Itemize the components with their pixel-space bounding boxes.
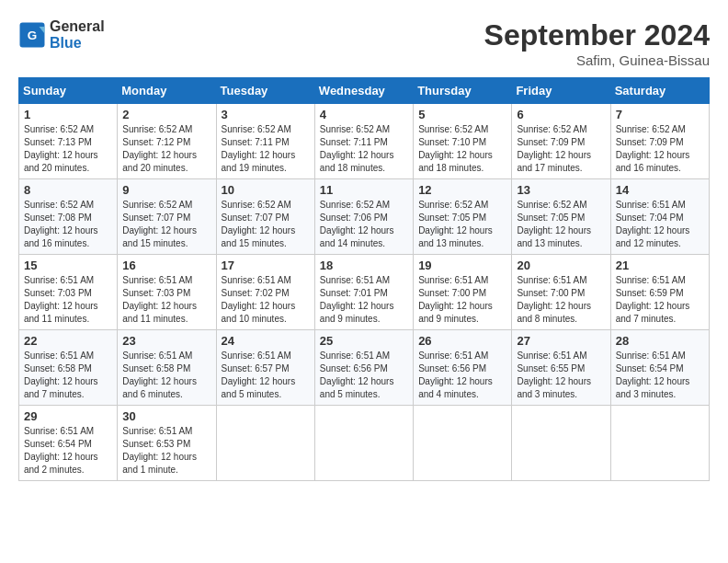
calendar-week-3: 15Sunrise: 6:51 AM Sunset: 7:03 PM Dayli… [19,255,710,330]
day-number: 5 [418,108,506,121]
day-number: 14 [616,183,704,197]
day-cell-12: 12Sunrise: 6:52 AM Sunset: 7:05 PM Dayli… [414,179,512,255]
day-number: 30 [122,409,210,423]
day-number: 27 [517,334,605,348]
day-cell-30: 30Sunrise: 6:51 AM Sunset: 6:53 PM Dayli… [118,406,216,481]
logo: G GeneralBlue [18,18,105,52]
day-number: 6 [517,108,605,121]
day-cell-13: 13Sunrise: 6:52 AM Sunset: 7:05 PM Dayli… [512,179,610,255]
day-cell-27: 27Sunrise: 6:51 AM Sunset: 6:55 PM Dayli… [512,330,610,406]
day-info: Sunrise: 6:51 AM Sunset: 7:00 PM Dayligh… [517,274,605,326]
day-cell-29: 29Sunrise: 6:51 AM Sunset: 6:54 PM Dayli… [19,406,118,481]
day-cell-5: 5Sunrise: 6:52 AM Sunset: 7:10 PM Daylig… [414,104,512,179]
day-number: 23 [122,334,210,348]
day-number: 9 [122,183,210,197]
day-cell-28: 28Sunrise: 6:51 AM Sunset: 6:54 PM Dayli… [610,330,709,406]
day-number: 26 [418,334,506,348]
calendar-week-5: 29Sunrise: 6:51 AM Sunset: 6:54 PM Dayli… [19,406,710,481]
calendar-header-row: SundayMondayTuesdayWednesdayThursdayFrid… [19,78,710,104]
day-number: 4 [320,108,408,121]
day-cell-17: 17Sunrise: 6:51 AM Sunset: 7:02 PM Dayli… [216,255,314,330]
logo-text: GeneralBlue [50,18,105,52]
empty-cell [512,406,610,481]
day-info: Sunrise: 6:52 AM Sunset: 7:07 PM Dayligh… [222,199,310,250]
day-info: Sunrise: 6:51 AM Sunset: 6:54 PM Dayligh… [616,350,704,401]
day-cell-6: 6Sunrise: 6:52 AM Sunset: 7:09 PM Daylig… [512,104,610,179]
day-cell-22: 22Sunrise: 6:51 AM Sunset: 6:58 PM Dayli… [19,330,118,406]
day-number: 16 [122,259,210,272]
day-cell-10: 10Sunrise: 6:52 AM Sunset: 7:07 PM Dayli… [216,179,314,255]
column-header-monday: Monday [118,78,216,104]
day-info: Sunrise: 6:51 AM Sunset: 6:56 PM Dayligh… [320,350,408,401]
location-subtitle: Safim, Guinea-Bissau [484,52,710,68]
day-info: Sunrise: 6:52 AM Sunset: 7:05 PM Dayligh… [517,199,605,250]
day-number: 18 [320,259,408,272]
month-title: September 2024 [484,18,710,52]
day-number: 12 [418,183,506,197]
empty-cell [414,406,512,481]
day-info: Sunrise: 6:52 AM Sunset: 7:09 PM Dayligh… [616,123,704,175]
day-number: 17 [222,259,310,272]
day-cell-1: 1Sunrise: 6:52 AM Sunset: 7:13 PM Daylig… [19,104,118,179]
column-header-wednesday: Wednesday [314,78,413,104]
column-header-thursday: Thursday [414,78,512,104]
day-number: 13 [517,183,605,197]
column-header-friday: Friday [512,78,610,104]
day-info: Sunrise: 6:51 AM Sunset: 6:54 PM Dayligh… [24,425,112,477]
day-cell-25: 25Sunrise: 6:51 AM Sunset: 6:56 PM Dayli… [314,330,413,406]
day-info: Sunrise: 6:51 AM Sunset: 7:02 PM Dayligh… [222,274,310,326]
day-number: 22 [24,334,112,348]
day-number: 25 [320,334,408,348]
day-number: 8 [24,183,112,197]
day-number: 11 [320,183,408,197]
day-cell-18: 18Sunrise: 6:51 AM Sunset: 7:01 PM Dayli… [314,255,413,330]
day-info: Sunrise: 6:51 AM Sunset: 7:01 PM Dayligh… [320,274,408,326]
day-cell-7: 7Sunrise: 6:52 AM Sunset: 7:09 PM Daylig… [610,104,709,179]
day-info: Sunrise: 6:52 AM Sunset: 7:11 PM Dayligh… [222,123,310,175]
day-number: 2 [122,108,210,121]
day-cell-11: 11Sunrise: 6:52 AM Sunset: 7:06 PM Dayli… [314,179,413,255]
empty-cell [610,406,709,481]
column-header-tuesday: Tuesday [216,78,314,104]
column-header-sunday: Sunday [19,78,118,104]
day-cell-15: 15Sunrise: 6:51 AM Sunset: 7:03 PM Dayli… [19,255,118,330]
day-info: Sunrise: 6:52 AM Sunset: 7:11 PM Dayligh… [320,123,408,175]
day-cell-26: 26Sunrise: 6:51 AM Sunset: 6:56 PM Dayli… [414,330,512,406]
day-info: Sunrise: 6:52 AM Sunset: 7:12 PM Dayligh… [122,123,210,175]
day-info: Sunrise: 6:51 AM Sunset: 6:56 PM Dayligh… [418,350,506,401]
calendar-week-2: 8Sunrise: 6:52 AM Sunset: 7:08 PM Daylig… [19,179,710,255]
calendar-week-4: 22Sunrise: 6:51 AM Sunset: 6:58 PM Dayli… [19,330,710,406]
day-info: Sunrise: 6:51 AM Sunset: 6:53 PM Dayligh… [122,425,210,477]
day-cell-3: 3Sunrise: 6:52 AM Sunset: 7:11 PM Daylig… [216,104,314,179]
empty-cell [216,406,314,481]
day-info: Sunrise: 6:52 AM Sunset: 7:08 PM Dayligh… [24,199,112,250]
svg-text:G: G [28,29,38,42]
day-cell-23: 23Sunrise: 6:51 AM Sunset: 6:58 PM Dayli… [118,330,216,406]
day-number: 21 [616,259,704,272]
day-info: Sunrise: 6:51 AM Sunset: 6:58 PM Dayligh… [24,350,112,401]
logo-icon: G [18,21,46,49]
day-info: Sunrise: 6:52 AM Sunset: 7:05 PM Dayligh… [418,199,506,250]
day-cell-24: 24Sunrise: 6:51 AM Sunset: 6:57 PM Dayli… [216,330,314,406]
day-info: Sunrise: 6:51 AM Sunset: 7:03 PM Dayligh… [122,274,210,326]
day-info: Sunrise: 6:51 AM Sunset: 6:59 PM Dayligh… [616,274,704,326]
day-cell-21: 21Sunrise: 6:51 AM Sunset: 6:59 PM Dayli… [610,255,709,330]
empty-cell [314,406,413,481]
day-info: Sunrise: 6:51 AM Sunset: 6:57 PM Dayligh… [222,350,310,401]
column-header-saturday: Saturday [610,78,709,104]
day-info: Sunrise: 6:52 AM Sunset: 7:06 PM Dayligh… [320,199,408,250]
day-number: 20 [517,259,605,272]
day-number: 28 [616,334,704,348]
day-cell-2: 2Sunrise: 6:52 AM Sunset: 7:12 PM Daylig… [118,104,216,179]
day-cell-8: 8Sunrise: 6:52 AM Sunset: 7:08 PM Daylig… [19,179,118,255]
day-number: 10 [222,183,310,197]
day-info: Sunrise: 6:52 AM Sunset: 7:07 PM Dayligh… [122,199,210,250]
day-info: Sunrise: 6:51 AM Sunset: 7:04 PM Dayligh… [616,199,704,250]
day-number: 3 [222,108,310,121]
day-number: 15 [24,259,112,272]
title-area: September 2024 Safim, Guinea-Bissau [484,18,710,68]
day-number: 29 [24,409,112,423]
day-number: 19 [418,259,506,272]
day-cell-19: 19Sunrise: 6:51 AM Sunset: 7:00 PM Dayli… [414,255,512,330]
day-cell-4: 4Sunrise: 6:52 AM Sunset: 7:11 PM Daylig… [314,104,413,179]
